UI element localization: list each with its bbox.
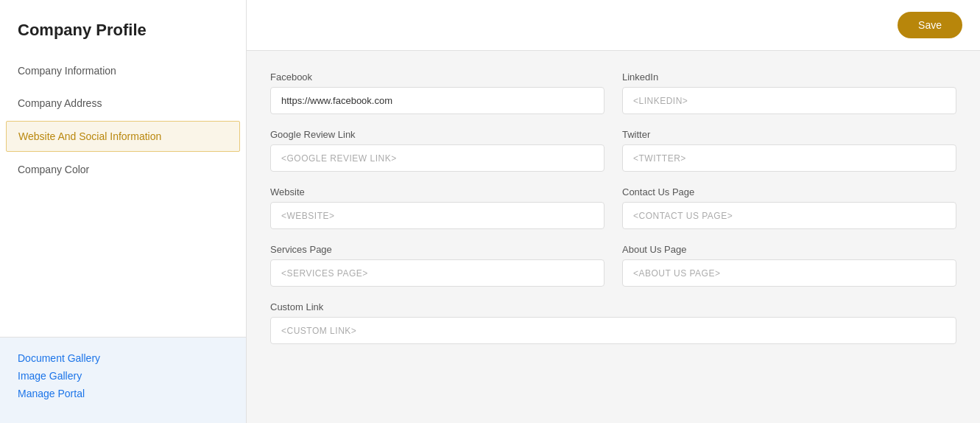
services-page-label: Services Page bbox=[270, 244, 604, 255]
sidebar-item-company-information[interactable]: Company Information bbox=[0, 55, 246, 87]
about-us-group: About Us Page bbox=[622, 244, 956, 287]
sidebar-nav: Company Information Company Address Webs… bbox=[0, 55, 246, 186]
sidebar-item-company-address[interactable]: Company Address bbox=[0, 87, 246, 119]
sidebar-title: Company Profile bbox=[0, 0, 246, 55]
facebook-input[interactable] bbox=[270, 87, 604, 114]
main-header: Save bbox=[247, 0, 980, 51]
save-button[interactable]: Save bbox=[898, 12, 962, 38]
image-gallery-link[interactable]: Image Gallery bbox=[18, 370, 228, 382]
contact-us-input[interactable] bbox=[622, 202, 956, 229]
website-group: Website bbox=[270, 186, 604, 229]
linkedin-input[interactable] bbox=[622, 87, 956, 114]
main-content: Save Facebook LinkedIn Google Review Lin… bbox=[247, 0, 980, 423]
about-us-label: About Us Page bbox=[622, 244, 956, 255]
form-row-3: Website Contact Us Page bbox=[270, 186, 956, 229]
sidebar-links: Document Gallery Image Gallery Manage Po… bbox=[0, 337, 246, 423]
google-review-label: Google Review Link bbox=[270, 129, 604, 140]
custom-link-input[interactable] bbox=[270, 317, 956, 344]
google-review-group: Google Review Link bbox=[270, 129, 604, 172]
linkedin-label: LinkedIn bbox=[622, 71, 956, 83]
sidebar-item-website-social[interactable]: Website And Social Information bbox=[6, 121, 240, 152]
custom-link-group: Custom Link bbox=[270, 301, 956, 344]
document-gallery-link[interactable]: Document Gallery bbox=[18, 352, 228, 364]
website-label: Website bbox=[270, 186, 604, 197]
twitter-group: Twitter bbox=[622, 129, 956, 172]
about-us-input[interactable] bbox=[622, 259, 956, 287]
twitter-label: Twitter bbox=[622, 129, 956, 140]
form-area: Facebook LinkedIn Google Review Link Twi… bbox=[247, 51, 980, 380]
sidebar: Company Profile Company Information Comp… bbox=[0, 0, 247, 423]
form-row-2: Google Review Link Twitter bbox=[270, 129, 956, 172]
custom-link-label: Custom Link bbox=[270, 301, 956, 312]
form-row-4: Services Page About Us Page bbox=[270, 244, 956, 287]
form-row-custom: Custom Link bbox=[270, 301, 956, 344]
website-input[interactable] bbox=[270, 202, 604, 229]
twitter-input[interactable] bbox=[622, 144, 956, 172]
sidebar-item-company-color[interactable]: Company Color bbox=[0, 153, 246, 186]
form-row-1: Facebook LinkedIn bbox=[270, 71, 956, 114]
contact-us-group: Contact Us Page bbox=[622, 186, 956, 229]
contact-us-label: Contact Us Page bbox=[622, 186, 956, 197]
facebook-group: Facebook bbox=[270, 71, 604, 114]
facebook-label: Facebook bbox=[270, 71, 604, 83]
linkedin-group: LinkedIn bbox=[622, 71, 956, 114]
manage-portal-link[interactable]: Manage Portal bbox=[18, 388, 228, 399]
services-page-input[interactable] bbox=[270, 259, 604, 287]
services-page-group: Services Page bbox=[270, 244, 604, 287]
google-review-input[interactable] bbox=[270, 144, 604, 172]
